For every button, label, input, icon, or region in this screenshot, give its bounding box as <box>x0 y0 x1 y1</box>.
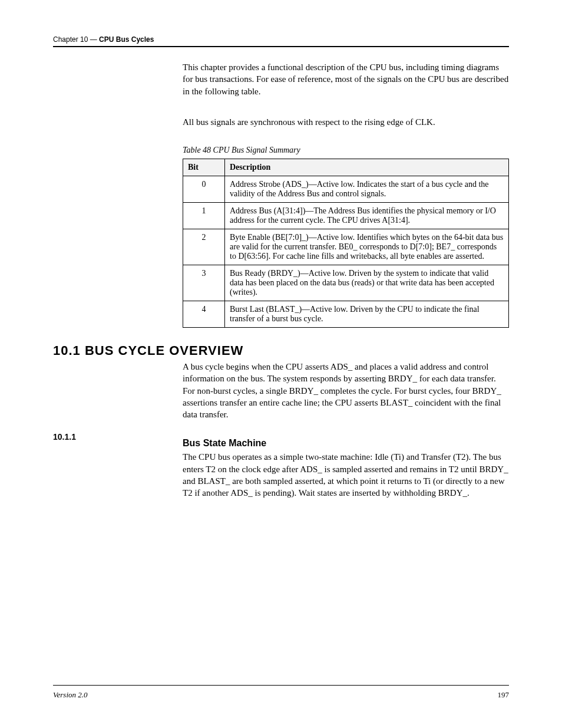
para: A bus cycle begins when the CPU asserts … <box>183 361 509 420</box>
breadcrumb: Chapter 10 — CPU Bus Cycles <box>53 35 509 44</box>
breadcrumb-separator: — <box>90 35 99 44</box>
table-row: 2 Byte Enable (BE[7:0]_)—Active low. Ide… <box>183 229 509 265</box>
table-row: 1 Address Bus (A[31:4])—The Address Bus … <box>183 203 509 229</box>
intro-para-1: This chapter provides a functional descr… <box>183 61 509 108</box>
table-cell-desc: Bus Ready (BRDY_)—Active low. Driven by … <box>225 265 509 301</box>
page-footer: Version 2.0 197 <box>53 685 509 700</box>
table-cell-bit: 0 <box>183 176 225 203</box>
table-cell-bit: 4 <box>183 301 225 328</box>
bus-signal-table: Bit Description 0 Address Strobe (ADS_)—… <box>183 159 509 328</box>
table-cell-bit: 3 <box>183 265 225 301</box>
side-label-empty-3 <box>53 139 183 328</box>
table-block: Table 48 CPU Bus Signal Summary Bit Desc… <box>53 139 509 328</box>
table-row: 3 Bus Ready (BRDY_)—Active low. Driven b… <box>183 265 509 301</box>
subsection-content: Bus State Machine The CPU bus operates a… <box>183 431 509 509</box>
side-label-empty-1 <box>53 61 183 108</box>
page: Chapter 10 — CPU Bus Cycles This chapter… <box>0 0 562 728</box>
footer-page: 197 <box>498 690 510 700</box>
table-row: 0 Address Strobe (ADS_)—Active low. Indi… <box>183 176 509 203</box>
footer-version: Version 2.0 <box>53 690 88 700</box>
footer-rule <box>53 685 509 686</box>
table-header-bit: Bit <box>183 159 225 176</box>
table-cell-bit: 1 <box>183 203 225 229</box>
side-label-empty-2 <box>53 116 183 139</box>
subsection-number: 10.1.1 <box>53 431 183 509</box>
section-body: A bus cycle begins when the CPU asserts … <box>183 361 509 431</box>
header-rule <box>53 46 509 47</box>
table-header-row: Bit Description <box>183 159 509 176</box>
table-cell-desc: Address Strobe (ADS_)—Active low. Indica… <box>225 176 509 203</box>
content: This chapter provides a functional descr… <box>53 61 509 509</box>
section-body-row: A bus cycle begins when the CPU asserts … <box>53 361 509 431</box>
breadcrumb-title: CPU Bus Cycles <box>99 35 154 44</box>
table-cell-desc: Address Bus (A[31:4])—The Address Bus id… <box>225 203 509 229</box>
para: This chapter provides a functional descr… <box>183 61 509 97</box>
intro-block: This chapter provides a functional descr… <box>53 61 509 139</box>
table-cell-desc: Byte Enable (BE[7:0]_)—Active low. Ident… <box>225 229 509 265</box>
breadcrumb-chapter: Chapter 10 <box>53 35 88 44</box>
subsection-heading: Bus State Machine <box>183 438 509 449</box>
footer-row: Version 2.0 197 <box>53 690 509 700</box>
subsection-row: 10.1.1 Bus State Machine The CPU bus ope… <box>53 431 509 509</box>
side-label-empty-4 <box>53 361 183 431</box>
subsection-body: The CPU bus operates as a simple two-sta… <box>183 451 509 499</box>
page-header: Chapter 10 — CPU Bus Cycles <box>53 35 509 47</box>
table-row: 4 Burst Last (BLAST_)—Active low. Driven… <box>183 301 509 328</box>
table-cell-bit: 2 <box>183 229 225 265</box>
table-cell-desc: Burst Last (BLAST_)—Active low. Driven b… <box>225 301 509 328</box>
intro-para-2: All bus signals are synchronous with res… <box>183 116 509 139</box>
section-heading: 10.1 BUS CYCLE OVERVIEW <box>53 343 509 358</box>
para: The CPU bus operates as a simple two-sta… <box>183 451 509 499</box>
table-caption: Table 48 CPU Bus Signal Summary <box>183 146 509 155</box>
para: All bus signals are synchronous with res… <box>183 116 509 128</box>
table-header-desc: Description <box>225 159 509 176</box>
table-wrapper: Table 48 CPU Bus Signal Summary Bit Desc… <box>183 139 509 328</box>
